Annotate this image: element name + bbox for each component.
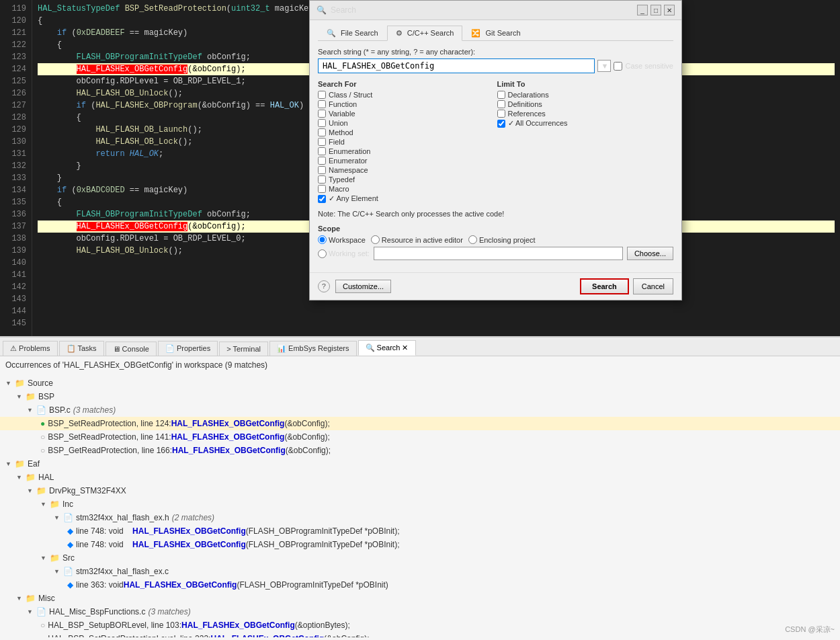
folder-icon: 📁 [15,377,25,389]
tab-console[interactable]: 🖥 Console [106,342,157,356]
tab-terminal[interactable]: > Terminal [219,342,268,356]
minimize-button[interactable]: _ [637,5,648,15]
cb-references-input[interactable] [497,110,505,118]
case-sensitive-checkbox[interactable] [614,62,622,71]
item-label: Inc [62,498,73,510]
restore-button[interactable]: □ [650,5,661,15]
cb-typedef-input[interactable] [318,175,326,184]
folder-icon: 📁 [26,391,36,403]
cancel-button[interactable]: Cancel [633,278,673,294]
case-sensitive-checkbox-row: Case sensitive [614,62,673,71]
cb-variable: Variable [318,110,495,118]
search-dropdown[interactable]: ▼ [597,60,611,72]
expand-arrow: ▼ [54,512,63,524]
tree-item-match-h1[interactable]: ◆ line 748: void HAL_FLASHEx_OBGetConfig… [0,524,840,538]
tree-item-match-c1[interactable]: ◆ line 363: void HAL_FLASHEx_OBGetConfig… [0,578,840,592]
tree-item-bsp[interactable]: ▼ 📁 BSP [0,390,840,403]
cb-declarations-input[interactable] [497,91,505,99]
tree-item-match-1[interactable]: ● BSP_SetReadProtection, line 124: HAL_F… [0,417,840,430]
match-text: HAL_FLASHEx_OBGetConfig [210,633,324,637]
match-bullet: ● [40,417,45,430]
scope-working-set-option: Working set: [318,249,370,258]
match-suffix: (FLASH_OBProgramInitTypeDef *pOBInit); [246,538,400,551]
search-string-label: Search string (* = any string, ? = any c… [318,48,673,56]
cb-variable-label: Variable [329,110,355,118]
expand-arrow: ▼ [27,606,36,618]
cb-method-input[interactable] [318,128,326,136]
tree-item-hal[interactable]: ▼ 📁 HAL [0,471,840,484]
case-sensitive-label: Case sensitive [625,62,673,70]
tree-item-misc[interactable]: ▼ 📁 Misc [0,592,840,605]
tree-item-match-2[interactable]: ○ BSP_SetReadProtection, line 141: HAL_F… [0,430,840,444]
scope-resource-radio[interactable] [371,235,380,244]
cb-macro-input[interactable] [318,185,326,193]
tree-item-match-h2[interactable]: ◆ line 748: void HAL_FLASHEx_OBGetConfig… [0,538,840,551]
cb-method: Method [318,128,495,136]
cb-enumeration-label: Enumeration [329,147,370,155]
match-prefix: HAL_BSP_SetupBORLevel, line 103: [48,619,181,631]
csdn-watermark: CSDN @采凉~ [785,625,835,635]
cb-namespace-input[interactable] [318,166,326,174]
cb-definitions-label: Definitions [508,100,542,108]
working-set-input[interactable] [374,247,623,260]
tree-item-hal-misc[interactable]: ▼ 📄 HAL_Misc_BspFunctions.c (3 matches) [0,605,840,618]
cb-class-struct-input[interactable] [318,91,326,99]
tab-cpp-search[interactable]: ⚙ C/C++ Search [387,26,463,41]
tab-search[interactable]: 🔍 Search ✕ [358,340,416,356]
tab-embsys[interactable]: 📊 EmbSys Registers [269,341,357,356]
scope-workspace-radio[interactable] [318,235,327,244]
tab-file-search[interactable]: 🔍 File Search [318,26,387,40]
expand-arrow: ▼ [40,552,50,564]
match-prefix: BSP_SetReadProtection, line 141: [48,431,171,443]
match-suffix: (FLASH_OBProgramInitTypeDef *pOBInit) [237,579,388,591]
tab-problems[interactable]: ⚠ Problems [3,341,58,356]
search-input[interactable] [318,58,595,73]
match-suffix: (&obConfig); [284,431,329,443]
cb-union-input[interactable] [318,119,326,127]
tree-item-match-m1[interactable]: ○ HAL_BSP_SetupBORLevel, line 103: HAL_F… [0,618,840,632]
dialog-footer: ? Customize... Search Cancel [310,272,681,300]
cb-references-label: References [508,110,546,118]
cb-variable-input[interactable] [318,110,326,118]
cb-enumerator-input[interactable] [318,157,326,165]
tree-item-eaf[interactable]: ▼ 📁 Eaf [0,457,840,471]
tree-item-bsp-c[interactable]: ▼ 📄 BSP.c (3 matches) [0,403,840,417]
cb-union-label: Union [329,119,348,127]
help-icon[interactable]: ? [318,280,330,292]
cb-enumeration-input[interactable] [318,147,326,155]
tree-item-match-3[interactable]: ○ BSP_GetReadProtection, line 166: HAL_F… [0,444,840,457]
tab-properties[interactable]: 📄 Properties [158,341,218,356]
cb-all-occurrences-label: ✓ All Occurrences [508,119,568,128]
tab-tasks[interactable]: 📋 Tasks [59,341,104,356]
tree-item-drvpkg[interactable]: ▼ 📁 DrvPkg_STM32F4XX [0,484,840,497]
tree-item-src[interactable]: ▼ 📁 Src [0,551,840,565]
tree-item-inc[interactable]: ▼ 📁 Inc [0,497,840,511]
cb-function-input[interactable] [318,100,326,108]
cb-any-element: ✓ Any Element [318,194,495,203]
cb-definitions: Definitions [497,100,674,108]
expand-arrow: ▼ [27,485,36,497]
tree-item-match-m2[interactable]: ○ HAL_BSP_SetReadProtectionLevel, line 2… [0,632,840,637]
file-icon: 📄 [36,404,46,416]
scope-working-set-radio[interactable] [318,249,327,258]
close-button[interactable]: ✕ [664,5,675,15]
tree-item-source[interactable]: ▼ 📁 Source [0,376,840,390]
tree-item-hal-flash-c[interactable]: ▼ 📄 stm32f4xx_hal_flash_ex.c [0,565,840,578]
tab-git-search[interactable]: 🔀 Git Search [462,26,529,40]
search-button[interactable]: Search [580,278,629,294]
folder-icon: 📁 [26,592,36,604]
tree-item-hal-flash-h[interactable]: ▼ 📄 stm32f4xx_hal_flash_ex.h (2 matches) [0,511,840,524]
search-icon: 🔍 [317,5,327,15]
choose-button[interactable]: Choose... [627,247,673,260]
cb-all-occurrences-input[interactable] [497,120,505,128]
match-suffix: (&obConfig); [284,417,329,430]
item-label: stm32f4xx_hal_flash_ex.h [76,512,169,524]
cb-any-element-input[interactable] [318,195,326,203]
scope-enclosing-radio[interactable] [468,235,477,244]
item-label: HAL [38,471,54,483]
cb-field-input[interactable] [318,138,326,146]
file-icon: 📄 [36,606,46,618]
cb-definitions-input[interactable] [497,100,505,108]
customize-button[interactable]: Customize... [335,280,391,293]
cb-field-label: Field [329,138,345,146]
